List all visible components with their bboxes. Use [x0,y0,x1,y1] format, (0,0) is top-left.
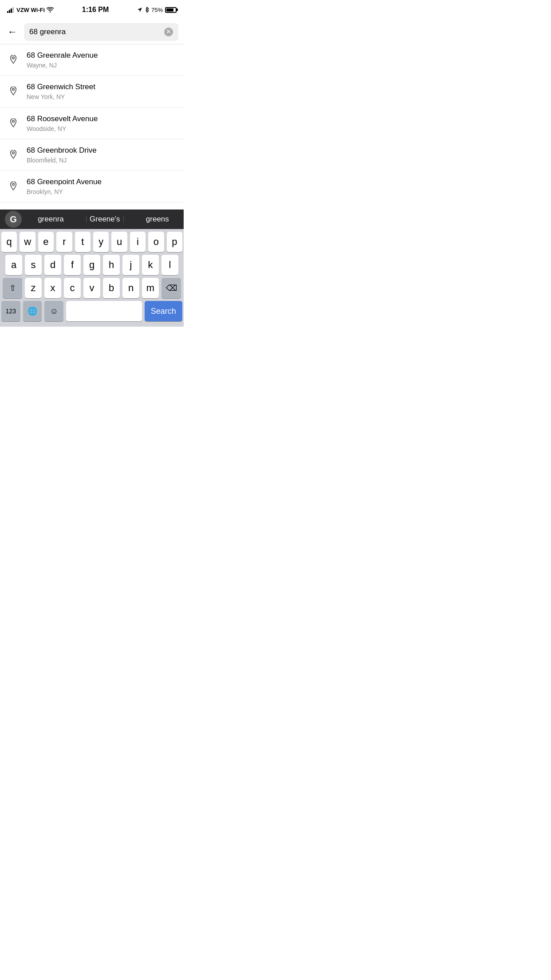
result-sub-3: Bloomfield, NJ [27,156,177,164]
result-sub-1: New York, NY [27,93,177,101]
suggestion-word-2[interactable]: greens [142,213,173,225]
key-y[interactable]: y [93,232,109,252]
battery-percent: 75% [151,7,163,13]
bluetooth-icon [145,7,149,13]
result-sub-4: Brooklyn, NY [27,188,177,196]
key-l[interactable]: l [161,255,178,275]
number-key[interactable]: 123 [1,301,20,321]
result-name-3: 68 Greenbrook Drive [27,146,177,155]
key-t[interactable]: t [75,232,91,252]
signal-icon [7,7,15,13]
status-bar: VZW Wi-Fi 1:16 PM 75% [0,0,184,20]
search-input-wrapper: ✕ [24,23,178,41]
space-key[interactable] [66,301,142,321]
location-pin-icon [7,180,20,193]
backspace-key[interactable]: ⌫ [161,278,181,298]
svg-point-8 [12,152,15,154]
carrier-info: VZW Wi-Fi [7,7,54,13]
status-indicators: 75% [137,7,177,13]
key-row-3: ⇧ z x c v b n m ⌫ [1,278,182,298]
key-v[interactable]: v [83,278,100,298]
back-arrow-icon: ← [8,26,17,38]
result-item-0[interactable]: 68 Greenrale Avenue Wayne, NJ [0,44,184,76]
key-e[interactable]: e [38,232,54,252]
location-pin-icon [7,54,20,66]
back-button[interactable]: ← [5,25,20,39]
search-bar-container: ← ✕ [0,20,184,44]
result-text-1: 68 Greenwich Street New York, NY [27,82,177,101]
key-row-4: 123 🌐 ☺ Search [1,301,182,325]
result-text-2: 68 Roosevelt Avenue Woodside, NY [27,114,177,133]
key-row-2: a s d f g h j k l [1,255,182,275]
svg-point-6 [12,88,15,91]
search-input[interactable] [29,28,164,36]
result-item-3[interactable]: 68 Greenbrook Drive Bloomfield, NJ [0,139,184,171]
result-text-3: 68 Greenbrook Drive Bloomfield, NJ [27,146,177,164]
key-r[interactable]: r [56,232,72,252]
globe-key[interactable]: 🌐 [23,301,42,321]
svg-point-4 [50,11,51,12]
result-name-4: 68 Greenpoint Avenue [27,177,177,187]
location-pin-icon [7,85,20,98]
key-n[interactable]: n [122,278,139,298]
close-icon: ✕ [166,28,171,35]
keyboard: G greenra Greene's greens q w e r t y u … [0,209,184,327]
location-active-icon [137,7,142,12]
clear-button[interactable]: ✕ [164,28,173,36]
search-button[interactable]: Search [145,301,182,321]
key-s[interactable]: s [25,255,42,275]
result-item-4[interactable]: 68 Greenpoint Avenue Brooklyn, NY [0,171,184,202]
keyboard-suggestions: G greenra Greene's greens [0,209,184,229]
suggestion-words: greenra Greene's greens [25,213,182,225]
key-p[interactable]: p [167,232,182,252]
svg-rect-2 [11,8,12,13]
carrier-label: VZW Wi-Fi [16,7,45,13]
svg-point-9 [12,183,15,186]
key-q[interactable]: q [1,232,17,252]
key-b[interactable]: b [103,278,120,298]
result-name-1: 68 Greenwich Street [27,82,177,92]
wifi-icon [47,7,54,13]
key-j[interactable]: j [122,255,139,275]
result-name-2: 68 Roosevelt Avenue [27,114,177,124]
svg-rect-1 [9,10,10,13]
key-i[interactable]: i [130,232,146,252]
keyboard-rows: q w e r t y u i o p a s d f g h j k l ⇧ … [0,229,184,325]
results-list: 68 Greenrale Avenue Wayne, NJ 68 Greenwi… [0,44,184,229]
key-o[interactable]: o [148,232,164,252]
emoji-key[interactable]: ☺ [44,301,63,321]
key-h[interactable]: h [103,255,120,275]
key-z[interactable]: z [25,278,42,298]
key-a[interactable]: a [5,255,22,275]
svg-rect-0 [7,11,8,13]
battery-icon [165,7,177,13]
location-pin-icon [7,149,20,161]
result-text-0: 68 Greenrale Avenue Wayne, NJ [27,51,177,69]
suggestion-word-0[interactable]: greenra [34,213,67,225]
key-w[interactable]: w [20,232,35,252]
key-d[interactable]: d [44,255,61,275]
key-u[interactable]: u [111,232,127,252]
key-k[interactable]: k [142,255,159,275]
key-m[interactable]: m [142,278,159,298]
result-name-0: 68 Greenrale Avenue [27,51,177,60]
svg-rect-3 [12,7,14,13]
key-g[interactable]: g [83,255,100,275]
key-c[interactable]: c [64,278,81,298]
google-g-icon: G [5,211,22,228]
suggestion-word-1[interactable]: Greene's [86,213,123,225]
key-f[interactable]: f [64,255,81,275]
result-sub-2: Woodside, NY [27,125,177,133]
google-icon-wrapper: G [2,209,25,229]
svg-point-7 [12,120,15,122]
result-sub-0: Wayne, NJ [27,61,177,69]
location-pin-icon [7,117,20,130]
result-item-2[interactable]: 68 Roosevelt Avenue Woodside, NY [0,108,184,139]
result-text-4: 68 Greenpoint Avenue Brooklyn, NY [27,177,177,196]
svg-point-5 [12,57,15,59]
key-x[interactable]: x [44,278,61,298]
result-item-1[interactable]: 68 Greenwich Street New York, NY [0,76,184,107]
key-row-1: q w e r t y u i o p [1,232,182,252]
clock: 1:16 PM [82,6,109,14]
shift-key[interactable]: ⇧ [3,278,22,298]
